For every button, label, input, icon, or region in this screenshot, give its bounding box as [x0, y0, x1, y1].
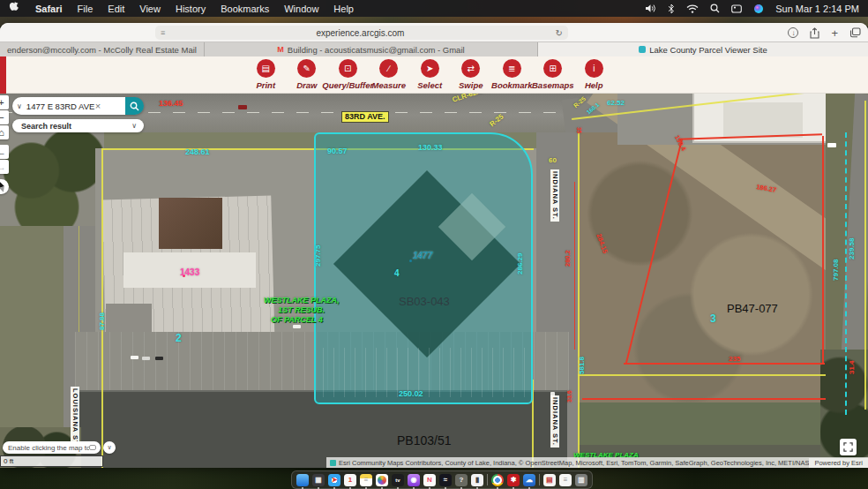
map-label: 3	[710, 313, 716, 324]
search-source-chevron-icon[interactable]: ∨	[17, 102, 22, 110]
parcel-viewer-toolbar: ▤Print✎Draw⊡Query/Buffer∕Measure➤Select⇄…	[0, 56, 868, 94]
safari-window: ≡ experience.arcgis.com ↻ ↓ + enderson@m…	[0, 23, 868, 468]
map-hint-pill[interactable]: Enable clicking the map to g...	[3, 441, 101, 454]
draw-icon: ✎	[297, 59, 316, 78]
next-extent-button[interactable]: →	[0, 160, 9, 174]
map-label: 2	[176, 333, 182, 343]
zoom-in-button[interactable]: +	[0, 95, 9, 109]
trash-dock-icon[interactable]: ▥	[575, 474, 587, 486]
menu-help[interactable]: Help	[333, 4, 354, 14]
home-button[interactable]: ⌂	[0, 125, 9, 139]
bookmark-button[interactable]: ≣Bookmark	[491, 59, 533, 90]
iphone-mirroring-dock-icon[interactable]: ▮	[471, 474, 483, 486]
menu-safari[interactable]: Safari	[35, 4, 63, 14]
basemaps-button[interactable]: ⊞Basemaps	[533, 59, 574, 90]
hint-chevron-button[interactable]: ∨	[103, 441, 116, 454]
hint-toggle-icon[interactable]	[89, 445, 96, 450]
search-button[interactable]	[125, 97, 144, 115]
menu-window[interactable]: Window	[284, 4, 318, 14]
powered-by-esri[interactable]: Powered by Esri	[809, 458, 868, 468]
previous-extent-button[interactable]: ←	[0, 145, 9, 159]
menu-view[interactable]: View	[139, 4, 161, 14]
toolbar-button-label: Draw	[296, 80, 317, 90]
car	[238, 105, 247, 109]
search-result-panel[interactable]: Search result ∨	[12, 119, 144, 132]
basemaps-icon: ⊞	[543, 59, 562, 78]
toolbar-button-label: Select	[417, 80, 442, 90]
podcasts-dock-icon[interactable]: ◉	[408, 474, 420, 486]
apple-tv-dock-icon[interactable]: tv	[392, 474, 404, 486]
map-label: 1477	[413, 252, 432, 260]
fullscreen-button[interactable]	[840, 439, 857, 455]
safari-dock-icon[interactable]: ➤	[328, 474, 340, 486]
selected-parcel-highlight[interactable]	[314, 132, 533, 404]
spotlight-icon[interactable]	[710, 4, 720, 13]
acrobat-dock-icon[interactable]: ✱	[507, 474, 520, 486]
finder-dock-icon[interactable]	[296, 474, 309, 486]
esri-icon	[330, 460, 336, 466]
new-tab-icon[interactable]: +	[831, 26, 838, 40]
browser-toolbar: ≡ experience.arcgis.com ↻ ↓ +	[0, 23, 868, 42]
map-label: 250.02	[399, 390, 423, 398]
swipe-button[interactable]: ⇄Swipe	[451, 59, 492, 90]
map-label: SB03-043	[399, 296, 450, 307]
onedrive-dock-icon[interactable]: ☁	[523, 474, 535, 486]
result-chevron-icon[interactable]: ∨	[131, 122, 144, 130]
downloads-icon[interactable]: ↓	[788, 27, 798, 38]
document-pdf-2-dock-icon[interactable]: ≡	[559, 474, 572, 486]
map-label: 90.57	[327, 147, 348, 155]
map-canvas[interactable]: 136.4583RD AVE.CLR-62x23R-2560248.6190.5…	[0, 94, 868, 468]
clear-search-icon[interactable]: ×	[95, 101, 101, 111]
chrome-dock-icon[interactable]	[491, 474, 504, 486]
url-text[interactable]: experience.arcgis.com	[165, 28, 555, 38]
map-label: 35	[576, 127, 582, 133]
missing-app-dock-icon[interactable]: ?	[455, 474, 468, 486]
tab-parcel-viewer[interactable]: Lake County Parcel Viewer Site	[538, 42, 868, 56]
refresh-icon[interactable]: ↻	[556, 28, 563, 38]
parcel-line	[578, 132, 580, 468]
parcel-line	[101, 148, 103, 468]
map-label: 286.29	[517, 253, 524, 275]
menu-bookmarks[interactable]: Bookmarks	[221, 4, 269, 14]
select-icon: ➤	[421, 59, 439, 78]
photos-dock-icon[interactable]	[376, 474, 388, 486]
help-button[interactable]: iHelp	[573, 59, 615, 90]
address-bar[interactable]: ≡ experience.arcgis.com ↻	[155, 26, 568, 40]
query-buffer-button[interactable]: ⊡Query/Buffer	[327, 59, 369, 90]
tab-overview-icon[interactable]	[849, 27, 861, 38]
news-dock-icon[interactable]: N	[423, 474, 436, 486]
bluetooth-icon[interactable]	[668, 4, 675, 14]
menu-file[interactable]: File	[78, 4, 94, 14]
toolbar-button-label: Print	[256, 80, 275, 90]
tab-gmail[interactable]: M Building - acousticatsmusic@gmail.com …	[205, 42, 538, 56]
apple-menu-icon[interactable]	[9, 2, 20, 15]
menu-edit[interactable]: Edit	[108, 4, 124, 14]
wifi-icon[interactable]	[686, 4, 699, 13]
menu-bar-clock[interactable]: Sun Mar 1 2:14 PM	[775, 4, 859, 14]
search-icon	[130, 102, 139, 111]
parcel-line	[864, 101, 866, 410]
map-label: 235	[729, 356, 740, 363]
car	[142, 357, 150, 360]
compass-button[interactable]	[0, 179, 9, 194]
volume-icon[interactable]	[645, 4, 656, 13]
toolbar-actions: ↓ +	[788, 23, 861, 42]
control-center-icon[interactable]	[731, 4, 742, 13]
draw-button[interactable]: ✎Draw	[287, 59, 328, 90]
car	[131, 356, 138, 359]
calendar-dock-icon[interactable]: 1	[344, 474, 356, 486]
select-button[interactable]: ➤Select	[409, 59, 451, 90]
tab-mccolly-mail[interactable]: enderson@mccolly.com - McColly Real Esta…	[0, 42, 205, 56]
stocks-dock-icon[interactable]: ≈	[439, 474, 452, 486]
parcel-point-marker	[409, 260, 412, 262]
notes-dock-icon[interactable]: ≡	[360, 474, 372, 486]
document-pdf-dock-icon[interactable]: ▤	[543, 474, 556, 486]
siri-icon[interactable]	[753, 4, 764, 14]
search-input[interactable]	[26, 102, 95, 111]
launchpad-dock-icon[interactable]: ▦	[312, 474, 325, 486]
printer-button[interactable]: ▤Print	[245, 59, 287, 90]
measure-button[interactable]: ∕Measure	[369, 59, 410, 90]
share-icon[interactable]	[810, 27, 819, 39]
zoom-out-button[interactable]: −	[0, 110, 9, 124]
menu-history[interactable]: History	[176, 4, 206, 14]
